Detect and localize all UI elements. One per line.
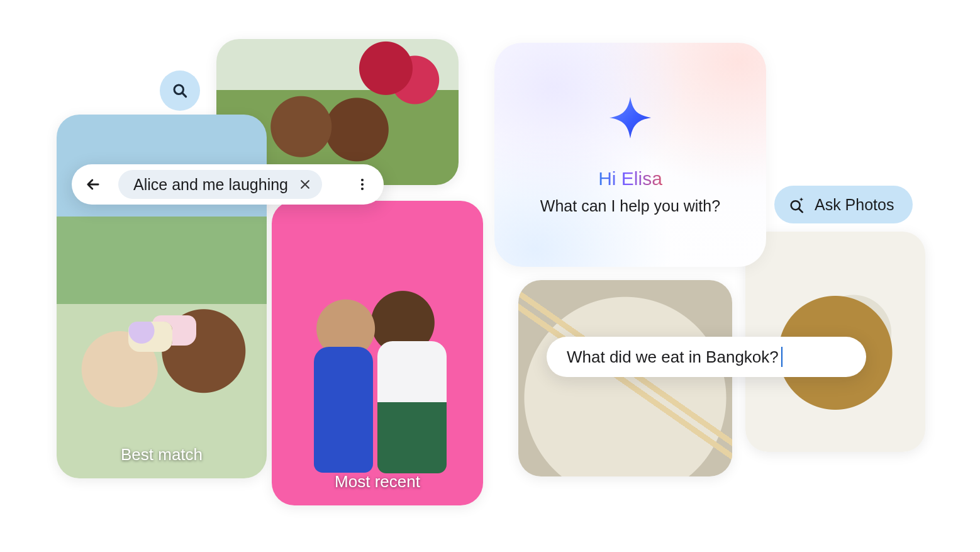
- hero-prompt: What can I help you with?: [540, 197, 720, 215]
- chip-clear-button[interactable]: [297, 176, 313, 193]
- ask-photos-hero-card[interactable]: Hi Elisa What can I help you with?: [494, 43, 766, 267]
- search-chip[interactable]: Alice and me laughing: [118, 170, 322, 199]
- svg-point-3: [361, 183, 364, 186]
- svg-line-6: [799, 209, 803, 213]
- sparkle-icon: [608, 95, 653, 140]
- svg-point-4: [361, 188, 364, 190]
- back-button[interactable]: [81, 172, 106, 197]
- more-vert-icon: [355, 177, 370, 192]
- ask-photos-query-input[interactable]: What did we eat in Bangkok?: [547, 337, 866, 377]
- search-icon-pill[interactable]: [160, 70, 200, 111]
- arrow-left-icon: [84, 176, 102, 193]
- photo-thumbnail-food-1[interactable]: [518, 280, 732, 476]
- sparkle-search-icon: [788, 196, 806, 213]
- search-chip-text: Alice and me laughing: [133, 176, 288, 194]
- svg-point-2: [361, 179, 364, 181]
- ask-photos-label: Ask Photos: [815, 196, 894, 214]
- photo-caption: Best match: [57, 445, 267, 465]
- more-menu-button[interactable]: [350, 172, 375, 197]
- search-bar[interactable]: Alice and me laughing: [72, 164, 384, 205]
- search-icon: [171, 82, 189, 99]
- text-cursor: [781, 347, 782, 367]
- photo-thumbnail-most-recent[interactable]: Most recent: [272, 201, 483, 505]
- ask-photos-button[interactable]: Ask Photos: [774, 186, 913, 223]
- photo-caption: Most recent: [272, 472, 483, 492]
- query-text: What did we eat in Bangkok?: [567, 347, 779, 367]
- close-icon: [299, 178, 311, 191]
- svg-line-1: [182, 93, 186, 97]
- hero-greeting: Hi Elisa: [598, 168, 662, 189]
